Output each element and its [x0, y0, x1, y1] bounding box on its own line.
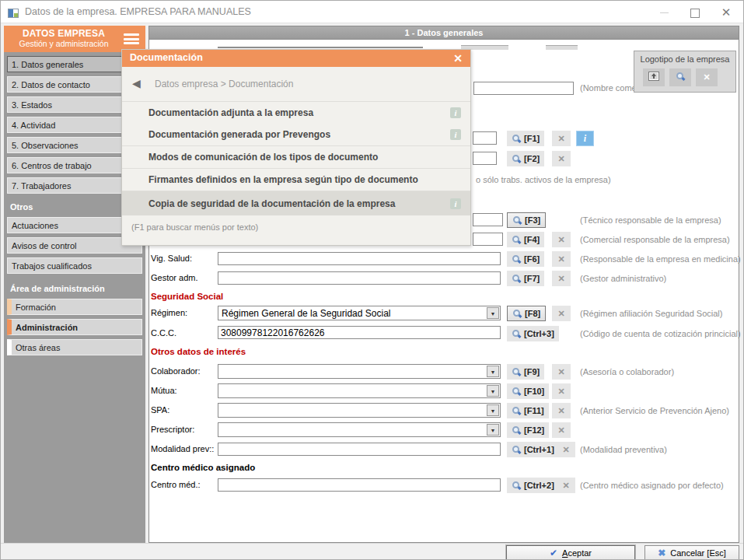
search-f11-button[interactable]: [F11]: [507, 403, 549, 418]
zoom-logo-icon[interactable]: [669, 68, 691, 86]
chevron-down-icon[interactable]: ▼: [487, 404, 499, 416]
gestor-adm-label: Gestor adm.: [151, 271, 198, 285]
titlebar: Datos de la empresa. EMPRESA PARA MANUAL…: [1, 1, 744, 23]
trabs-activos-hint: o sólo trabs. activos de la empresa): [476, 172, 611, 187]
upload-image-icon[interactable]: [643, 68, 665, 86]
search-ctrl1-button[interactable]: [Ctrl+1]: [507, 442, 559, 457]
regimen-label: Régimen:: [151, 306, 187, 320]
search-f8-button[interactable]: [F8]: [507, 306, 546, 321]
clear-ctrl2-button[interactable]: ✕: [557, 478, 575, 493]
info-icon[interactable]: i: [450, 129, 461, 140]
mutua-select[interactable]: ▼: [218, 383, 501, 398]
chevron-down-icon[interactable]: ▼: [487, 366, 499, 377]
chevron-down-icon[interactable]: ▼: [487, 385, 499, 397]
ccc-input[interactable]: [218, 326, 501, 339]
menu-item-doc-adjunta[interactable]: Documentación adjunta a la empresa i: [122, 102, 470, 124]
centro-med-input[interactable]: [218, 478, 501, 492]
modalidad-input[interactable]: [218, 443, 501, 456]
menu-item-modos-comunicacion[interactable]: Modos de comunicación de los tipos de do…: [122, 146, 470, 168]
spa-select[interactable]: ▼: [218, 403, 501, 418]
gestor-adm-hint: (Gestor administrativo): [580, 271, 666, 286]
clear-f2-button[interactable]: ✕: [552, 151, 571, 166]
popup-header: Documentación ✕: [122, 50, 470, 67]
vig-salud-input[interactable]: [218, 252, 501, 265]
ccc-label: C.C.C.: [151, 327, 176, 340]
sidebar-item-administracion[interactable]: Administración: [7, 319, 142, 335]
clear-f6-button[interactable]: ✕: [552, 251, 571, 267]
clear-logo-icon[interactable]: ✕: [696, 68, 718, 86]
sidebar-item-trabajos-cualificados[interactable]: Trabajos cualificados: [7, 257, 142, 274]
menu-item-firmantes[interactable]: Firmantes definidos en la empresa según …: [122, 169, 470, 191]
sidebar-header: DATOS EMPRESA Gestión y administración: [4, 26, 145, 52]
search-ctrl2-button[interactable]: [Ctrl+2]: [507, 478, 559, 493]
modalidad-label: Modalidad prev::: [151, 443, 214, 456]
centro-med-label: Centro méd.:: [151, 478, 201, 492]
vig-salud-label: Vig. Salud:: [151, 252, 192, 265]
f2-field-input[interactable]: [473, 152, 497, 165]
chevron-down-icon[interactable]: ▼: [487, 424, 499, 436]
maximize-button[interactable]: [679, 1, 711, 23]
logo-box-title: Logotipo de la empresa: [634, 54, 735, 64]
magnifier-icon: [512, 309, 522, 318]
search-f1-button[interactable]: [F1]: [507, 131, 544, 146]
prescriptor-select[interactable]: ▼: [218, 422, 501, 437]
info-button[interactable]: i: [576, 131, 594, 146]
comercial-hint: (Comercial responsable de la empresa): [580, 232, 730, 247]
f3-field-input[interactable]: [473, 213, 503, 226]
f1-field-input[interactable]: [473, 131, 497, 145]
clear-f1-button[interactable]: ✕: [552, 131, 571, 146]
menu-hamburger-icon[interactable]: [121, 31, 141, 47]
clear-f4-button[interactable]: ✕: [552, 232, 571, 247]
search-f12-button[interactable]: [F12]: [507, 422, 549, 438]
tecnico-hint: (Técnico responsable de la empresa): [580, 212, 721, 228]
section-otros-datos: Otros datos de interés: [151, 347, 246, 356]
close-button[interactable]: ✕: [711, 1, 742, 23]
f4-field-input[interactable]: [473, 233, 503, 246]
check-icon: ✔: [550, 548, 557, 558]
sidebar-item-formacion[interactable]: Formación: [7, 299, 142, 315]
logo-box: Logotipo de la empresa ✕: [634, 51, 736, 93]
sidebar-section-administracion: Área de administración: [4, 282, 145, 295]
search-f4-button[interactable]: [F4]: [507, 232, 544, 247]
search-ctrl3-button[interactable]: [Ctrl+3]: [507, 326, 559, 341]
menu-item-copia-seguridad[interactable]: Copia de seguridad de la documentación d…: [122, 191, 470, 215]
search-f6-button[interactable]: [F6]: [507, 251, 544, 267]
cancel-button[interactable]: ✖ Cancelar [Esc]: [644, 545, 739, 560]
accept-button[interactable]: ✔ Aceptar: [506, 545, 635, 560]
magnifier-icon: [512, 425, 521, 435]
search-f2-button[interactable]: [F2]: [507, 151, 544, 166]
gestor-adm-input[interactable]: [218, 271, 501, 285]
search-f10-button[interactable]: [F10]: [507, 383, 549, 399]
clear-f9-button[interactable]: ✕: [552, 364, 571, 380]
section-centro-medico: Centro médico asignado: [151, 463, 255, 472]
back-arrow-icon[interactable]: ◀: [132, 77, 141, 89]
nombre-comercial-input[interactable]: [473, 82, 574, 95]
info-icon[interactable]: i: [450, 107, 461, 118]
cross-icon: ✖: [658, 548, 665, 558]
magnifier-icon: [512, 481, 521, 490]
clear-f10-button[interactable]: ✕: [552, 383, 571, 399]
clear-f11-button[interactable]: ✕: [552, 403, 571, 418]
popup-title: Documentación: [130, 52, 203, 63]
clear-ctrl1-button[interactable]: ✕: [557, 442, 575, 457]
centro-med-hint: (Centro médico asignado por defecto): [580, 478, 724, 493]
clear-f12-button[interactable]: ✕: [552, 422, 571, 438]
info-icon[interactable]: i: [450, 198, 461, 209]
documentacion-popup: Documentación ✕ ◀ Datos empresa > Docume…: [121, 49, 471, 246]
colaborador-select[interactable]: ▼: [218, 364, 501, 379]
clear-f8-button[interactable]: ✕: [552, 306, 571, 321]
chevron-down-icon[interactable]: ▼: [487, 307, 499, 319]
search-f9-button[interactable]: [F9]: [507, 364, 544, 380]
magnifier-icon: [512, 329, 521, 338]
magnifier-icon: [512, 154, 521, 163]
breadcrumb: Datos empresa > Documentación: [155, 79, 293, 89]
magnifier-icon: [512, 215, 522, 225]
menu-item-doc-generada[interactable]: Documentación generada por Prevengos i: [122, 124, 470, 145]
popup-close-icon[interactable]: ✕: [449, 51, 467, 66]
clear-f7-button[interactable]: ✕: [552, 271, 571, 286]
regimen-select[interactable]: Régimen General de la Seguridad Social ▼: [218, 306, 501, 320]
minimize-button[interactable]: [648, 1, 679, 23]
sidebar-item-otras-areas[interactable]: Otras áreas: [7, 339, 142, 355]
search-f7-button[interactable]: [F7]: [507, 271, 544, 286]
search-f3-button[interactable]: [F3]: [507, 212, 546, 228]
